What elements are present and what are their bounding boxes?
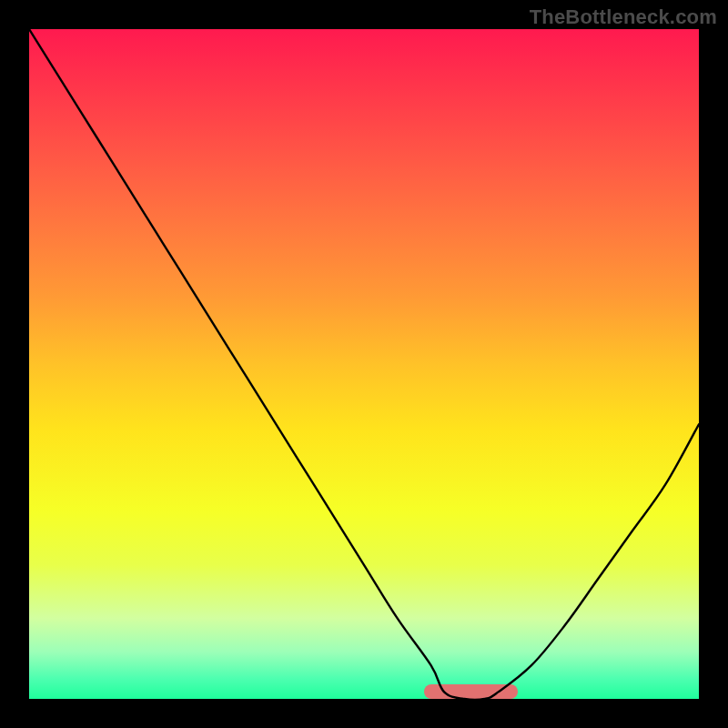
chart-container: TheBottleneck.com [0,0,728,728]
watermark-text: TheBottleneck.com [530,5,717,29]
plot-area [29,29,699,699]
bottleneck-curve-path [29,29,699,699]
curve-svg [29,29,699,699]
